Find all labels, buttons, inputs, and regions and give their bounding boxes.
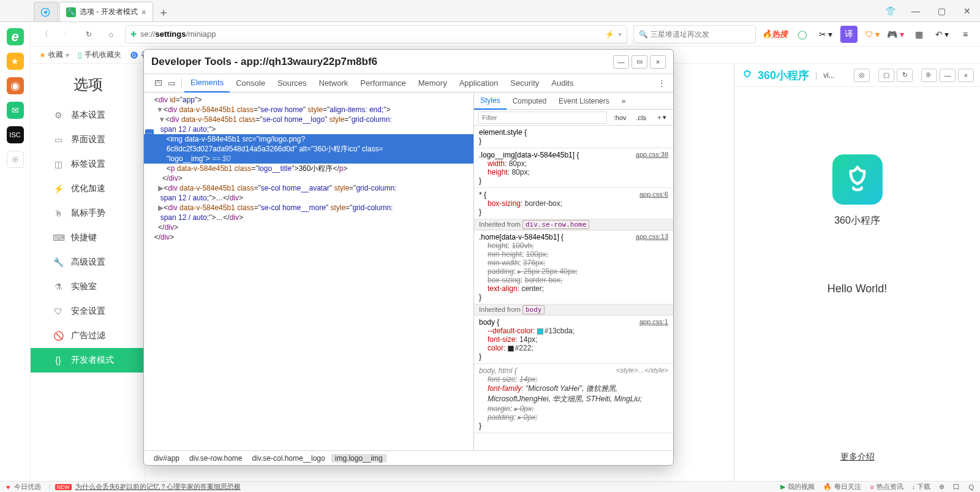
status-download[interactable]: ↓ 下载 [912,482,931,491]
miniapp-brand: 360小程序 [741,68,809,83]
target-icon[interactable]: ◎ [854,69,870,82]
devtools-menu-icon[interactable]: ⋮ [650,78,673,88]
adblock-icon[interactable]: ◯ [794,26,811,43]
grid-icon[interactable]: ▦ [910,26,927,43]
devtools-tab-network[interactable]: Network [313,74,355,93]
chevron-down-icon[interactable]: ▾ [618,30,622,39]
minimize-icon[interactable]: — [903,0,929,22]
minimize-icon[interactable]: — [613,55,629,69]
isc-icon[interactable]: ISC [7,126,24,143]
scissors-icon[interactable]: ✂ ▾ [817,26,834,43]
miniapp-logo-icon [832,154,883,205]
tab-styles[interactable]: Styles [474,93,507,110]
close-icon[interactable]: ✕ [954,0,980,22]
bookmarks-menu[interactable]: ★收藏▾ [39,50,69,60]
devtools-window: Developer Tools - app://qh13waury22p7m8b… [143,49,674,466]
option-item-9[interactable]: 🚫广告过滤 [31,324,145,348]
options-title: 选项 [31,64,145,103]
skin-icon[interactable]: 👕 [877,0,903,22]
new-style-button[interactable]: ＋▾ [653,112,669,123]
reload-button[interactable]: ↻ [81,26,97,42]
game-icon[interactable]: 🎮 ▾ [887,26,904,43]
search-input[interactable] [650,30,750,39]
cls-toggle[interactable]: .cls [633,113,650,123]
devtools-tab-application[interactable]: Application [453,74,505,93]
maximize-icon[interactable]: ▢ [929,0,954,22]
option-item-4[interactable]: 🖱鼠标手势 [31,201,145,225]
status-headline[interactable]: 为什么会丢失6岁以前的记忆？心理学家的答案细思恐极 [75,482,241,491]
option-item-0[interactable]: ⚙基本设置 [31,103,145,127]
option-item-6[interactable]: 🔧高级设置 [31,250,145,274]
hov-toggle[interactable]: :hov [611,113,630,123]
search-box[interactable]: 🔍 [633,25,756,44]
mail-icon[interactable]: ✉ [7,102,24,119]
devtools-tab-elements[interactable]: Elements [184,74,230,93]
option-item-3[interactable]: ⚡优化加速 [31,176,145,201]
device-icon[interactable]: ▢ [878,69,894,82]
forward-button[interactable]: 〉 [59,26,75,42]
option-item-7[interactable]: ⚗实验室 [31,274,145,299]
devtools-tab-security[interactable]: Security [504,74,545,93]
close-icon[interactable]: × [141,7,146,17]
devtools-tab-sources[interactable]: Sources [271,74,313,93]
favorites-icon[interactable]: ★ [7,53,24,70]
tab-active[interactable]: 🔧 选项 - 开发者模式 × [59,2,153,21]
option-item-5[interactable]: ⌨快捷键 [31,225,145,250]
titlebar: 🔧 选项 - 开发者模式 × ＋ 👕 — ▢ ✕ [0,0,980,22]
browser-icon[interactable]: e [7,28,24,45]
add-icon[interactable]: ⊕ [7,151,24,168]
home-button[interactable]: ⌂ [103,26,119,42]
styles-filter-input[interactable] [478,112,607,124]
styles-body[interactable]: element.style { } app.css:38 .logo__img[… [474,126,673,450]
miniapp-more-link[interactable]: 更多介绍 [734,452,980,463]
device-icon[interactable]: ▭ [166,78,182,88]
new-tab-button[interactable]: ＋ [154,3,173,21]
devtools-tab-console[interactable]: Console [230,74,271,93]
mobile-bookmarks[interactable]: ▯手机收藏夹 [78,50,121,60]
styles-pane: Styles Computed Event Listeners » :hov .… [473,93,673,450]
status-video[interactable]: ▶我的视频 [780,482,815,491]
heart-icon[interactable]: ♥ [6,483,10,491]
devtools-tab-audits[interactable]: Audits [545,74,579,93]
inspect-icon[interactable]: ⮹ [150,78,166,88]
undo-icon[interactable]: ↶ ▾ [933,26,951,43]
settings-icon[interactable]: ⊪ [921,69,937,82]
status-daily[interactable]: 🔥每日关注 [823,482,861,491]
devtools-tab-memory[interactable]: Memory [412,74,453,93]
translate-icon[interactable]: 译 [840,26,858,43]
option-item-1[interactable]: ▭界面设置 [31,127,145,152]
option-item-8[interactable]: 🛡安全设置 [31,299,145,324]
status-zoom[interactable]: Q [968,483,974,491]
miniapp-tab-label: vi... [823,71,835,80]
maximize-icon[interactable]: ▭ [631,55,647,69]
option-item-2[interactable]: ◫标签设置 [31,152,145,176]
devtools-titlebar[interactable]: Developer Tools - app://qh13waury22p7m8b… [144,50,673,74]
app-sidebar: e ★ ◉ ✉ ISC ⊕ [0,22,31,481]
menu-icon[interactable]: ≡ [957,26,974,43]
dom-selected-indicator: ⋯ [145,129,154,139]
weibo-icon[interactable]: ◉ [7,77,24,94]
miniapp-toolbar: 360小程序 | vi... ◎ ▢ ↻ ⊪ — × [734,64,980,87]
close-icon[interactable]: × [958,69,974,82]
status-mute[interactable]: 口 [953,482,960,491]
url-field[interactable]: ✚ se://settings/miniapp ⚡ ▾ [125,25,627,44]
hotsearch-label[interactable]: 🔥热搜 [762,29,788,40]
status-plus[interactable]: ⊕ [939,483,944,491]
tab-eventlisteners[interactable]: Event Listeners [552,93,616,110]
devtools-tab-performance[interactable]: Performance [354,74,412,93]
dom-tree[interactable]: ⋯ <div id="app"> ▼<div data-v-584e45b1 c… [144,93,473,450]
back-button[interactable]: 〈 [37,26,53,42]
status-left1[interactable]: 今日优选 [14,482,41,491]
tab-computed[interactable]: Computed [507,93,552,110]
more-tabs-icon[interactable]: » [618,97,630,105]
dom-breadcrumb[interactable]: div#app div.se-row.home div.se-col.home_… [144,450,673,465]
status-hot[interactable]: ≡热点资讯 [870,482,903,491]
close-icon[interactable]: × [650,55,666,69]
reload-icon[interactable]: ↻ [897,69,913,82]
tab-inactive[interactable] [34,2,58,21]
tab-title: 选项 - 开发者模式 [80,7,138,17]
min-icon[interactable]: — [940,69,956,82]
bolt-icon[interactable]: ⚡ [605,30,614,39]
option-item-10[interactable]: {}开发者模式 [31,348,145,373]
shield-icon[interactable]: 🛡 ▾ [864,26,881,43]
